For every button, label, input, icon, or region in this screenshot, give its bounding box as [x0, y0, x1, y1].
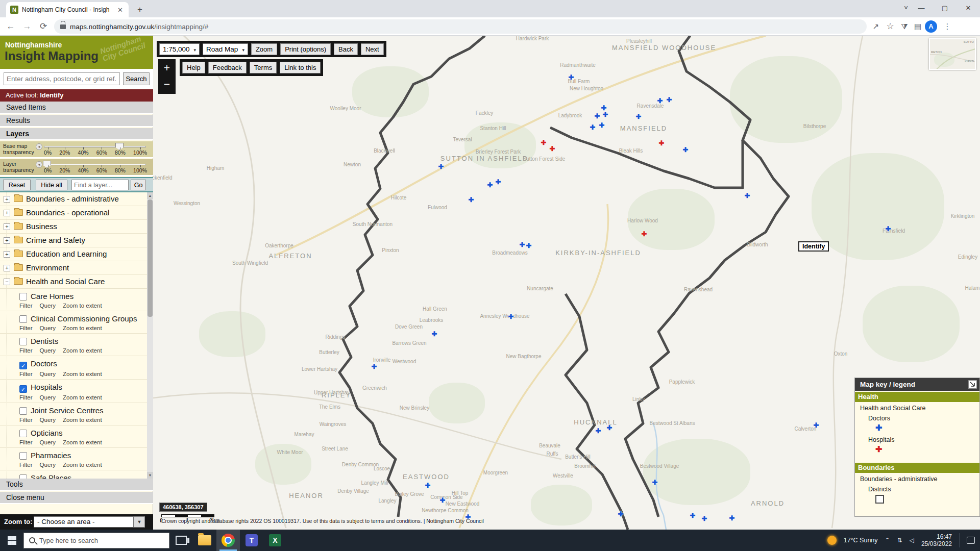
notification-center-icon[interactable]: [967, 537, 975, 544]
layer-category-label[interactable]: Crime and Safety: [26, 236, 85, 244]
layer-item-label[interactable]: Joint Service Centres: [31, 406, 104, 415]
show-desktop-divider[interactable]: [959, 533, 960, 547]
layer-item-label[interactable]: Hospitals: [31, 383, 62, 391]
find-layer-input[interactable]: [71, 180, 129, 190]
bookmark-star-icon[interactable]: ☆: [884, 20, 896, 33]
slider-left-icon[interactable]: ◄: [36, 161, 42, 168]
layer-category-label[interactable]: Business: [26, 222, 57, 231]
doctor-marker[interactable]: ✚: [702, 515, 707, 522]
overview-map[interactable]: SUTTO RETON KIRKB: [929, 38, 976, 70]
layer-item-label[interactable]: Care Homes: [31, 292, 74, 300]
layer-action-filter[interactable]: Filter: [19, 439, 33, 445]
address-bar[interactable]: maps.nottinghamcity.gov.uk/insightmappin…: [54, 19, 867, 34]
doctor-marker[interactable]: ✚: [607, 424, 612, 432]
layer-category-label[interactable]: Health and Social Care: [26, 277, 105, 286]
doctor-marker[interactable]: ✚: [657, 97, 663, 105]
doctor-marker[interactable]: ✚: [667, 96, 672, 104]
doctor-marker[interactable]: ✚: [636, 113, 642, 120]
layer-checkbox[interactable]: ✓: [19, 385, 27, 393]
basemap-select[interactable]: Road Map▾: [203, 43, 248, 55]
expand-icon[interactable]: +: [4, 196, 10, 203]
zoom-to-select[interactable]: - Choose an area -: [34, 516, 134, 528]
section-saved-items[interactable]: Saved Items: [0, 102, 153, 114]
layer-checkbox[interactable]: [19, 452, 27, 460]
doctor-marker[interactable]: ✚: [487, 181, 493, 189]
expand-icon[interactable]: +: [4, 237, 10, 244]
doctor-marker[interactable]: ✚: [526, 242, 532, 249]
expand-icon[interactable]: +: [4, 265, 10, 271]
layer-category-label[interactable]: Education and Learning: [26, 249, 107, 258]
excel-button[interactable]: X: [263, 530, 287, 551]
window-minimize-button[interactable]: —: [910, 0, 933, 16]
basemap-transparency-handle[interactable]: [115, 143, 124, 150]
zoom-in-button[interactable]: +: [159, 60, 175, 76]
address-search-input[interactable]: [4, 72, 120, 85]
zoom-to-caret-icon[interactable]: ▼: [134, 516, 145, 528]
layer-action-filter[interactable]: Filter: [19, 371, 33, 377]
doctor-marker[interactable]: ✚: [729, 514, 735, 522]
layer-action-zoom-to-extent[interactable]: Zoom to extent: [63, 303, 102, 309]
network-icon[interactable]: ⇅: [897, 537, 902, 544]
profile-avatar[interactable]: A: [925, 20, 937, 33]
doctor-marker[interactable]: ✚: [814, 421, 819, 429]
doctor-marker[interactable]: ✚: [595, 112, 600, 120]
layer-action-query[interactable]: Query: [40, 417, 56, 423]
layer-category-label[interactable]: Boundaries - administrative: [26, 194, 119, 203]
layer-checkbox[interactable]: [19, 430, 27, 437]
layer-action-query[interactable]: Query: [40, 371, 56, 377]
layer-item-label[interactable]: Clinical Commissioning Groups: [31, 314, 137, 323]
forward-icon[interactable]: →: [20, 20, 34, 33]
layer-action-query[interactable]: Query: [40, 303, 56, 309]
doctor-marker[interactable]: ✚: [438, 163, 444, 170]
layer-category-row[interactable]: +Education and Learning: [0, 247, 147, 261]
collapse-icon[interactable]: −: [4, 279, 10, 285]
clock[interactable]: 16:47 25/03/2022: [921, 533, 952, 547]
map-canvas[interactable]: MANSFIELD WOODHOUSEMANSFIELDSUTTON IN AS…: [153, 36, 980, 530]
legend-header[interactable]: Map key / legend: [855, 378, 979, 391]
expand-icon[interactable]: +: [4, 210, 10, 216]
help-button[interactable]: Help: [182, 62, 205, 73]
doctor-marker[interactable]: ✚: [652, 479, 658, 486]
scroll-up-icon[interactable]: ▲: [147, 192, 153, 199]
tab-close-icon[interactable]: ✕: [116, 6, 125, 14]
reset-button[interactable]: Reset: [3, 180, 31, 190]
section-layers[interactable]: Layers: [0, 128, 153, 140]
layer-action-query[interactable]: Query: [40, 325, 56, 331]
hide-all-button[interactable]: Hide all: [36, 180, 67, 190]
hospital-marker[interactable]: ✚: [642, 230, 647, 238]
layer-category-label[interactable]: Boundaries - operational: [26, 208, 109, 217]
doctor-marker[interactable]: ✚: [425, 482, 431, 489]
link-to-this-button[interactable]: Link to this: [280, 62, 321, 73]
start-button[interactable]: [0, 530, 23, 551]
back-icon[interactable]: ←: [4, 20, 17, 33]
basemap-transparency-track[interactable]: [44, 146, 146, 147]
browser-tab[interactable]: N Nottingham City Council - Insigh ✕: [6, 2, 129, 17]
layer-action-zoom-to-extent[interactable]: Zoom to extent: [63, 347, 102, 354]
hospital-marker[interactable]: ✚: [550, 145, 555, 153]
doctor-marker[interactable]: ✚: [520, 241, 525, 248]
chrome-button[interactable]: [216, 530, 240, 551]
doctor-marker[interactable]: ✚: [886, 225, 891, 233]
layer-category-row[interactable]: +Boundaries - operational: [0, 206, 147, 220]
zoom-button[interactable]: Zoom: [251, 43, 277, 55]
layer-action-zoom-to-extent[interactable]: Zoom to extent: [63, 371, 102, 377]
expand-icon[interactable]: +: [4, 251, 10, 258]
terms-button[interactable]: Terms: [250, 62, 277, 73]
doctor-marker[interactable]: ✚: [569, 73, 574, 81]
feedback-button[interactable]: Feedback: [208, 62, 247, 73]
layer-action-zoom-to-extent[interactable]: Zoom to extent: [63, 439, 102, 445]
layer-action-query[interactable]: Query: [40, 439, 56, 445]
section-results[interactable]: Results: [0, 115, 153, 127]
file-explorer-button[interactable]: [193, 530, 216, 551]
layer-checkbox[interactable]: [19, 407, 27, 415]
slider-left-icon[interactable]: ◄: [36, 143, 42, 150]
doctor-marker[interactable]: ✚: [508, 313, 514, 320]
taskbar-search[interactable]: Type here to search: [23, 533, 169, 548]
doctor-marker[interactable]: ✚: [596, 427, 601, 435]
section-close-menu[interactable]: Close menu: [0, 492, 153, 504]
layer-category-row[interactable]: +Crime and Safety: [0, 234, 147, 247]
address-search-button[interactable]: Search: [123, 72, 150, 85]
doctor-marker[interactable]: ✚: [440, 496, 446, 504]
layer-checkbox[interactable]: ✓: [19, 362, 27, 369]
layer-item-label[interactable]: Safe Places: [31, 473, 71, 479]
